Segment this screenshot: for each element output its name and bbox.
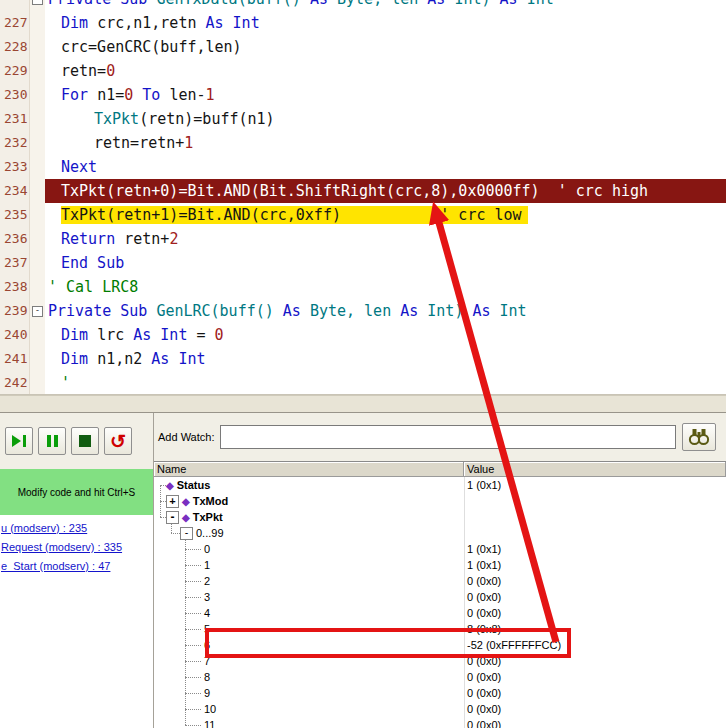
watch-row-6[interactable]: 6-52 (0xFFFFFFCC) — [154, 637, 726, 653]
watch-value: 0 (0x0) — [464, 591, 726, 603]
watch-row-10[interactable]: 100 (0x0) — [154, 701, 726, 717]
column-header-value[interactable]: Value — [464, 462, 726, 477]
column-header-name[interactable]: Name — [154, 462, 464, 477]
stop-button[interactable] — [71, 427, 99, 455]
watch-row-0[interactable]: 01 (0x1) — [154, 541, 726, 557]
line-number[interactable]: 231 — [0, 107, 30, 131]
watch-row-5[interactable]: 58 (0x8) — [154, 621, 726, 637]
watch-value: 0 (0x0) — [464, 575, 726, 587]
code-text: ' Cal LRC8 — [45, 275, 726, 299]
call-stack-link[interactable]: Request (modserv) : 335 — [1, 541, 152, 553]
watch-name: 4 — [154, 605, 464, 621]
watch-value: -52 (0xFFFFFFCC) — [464, 639, 726, 651]
line-number[interactable]: 233 — [0, 155, 30, 179]
expand-icon[interactable]: + — [166, 495, 179, 508]
line-number[interactable]: 239 — [0, 299, 30, 323]
line-number[interactable]: 227 — [0, 11, 30, 35]
code-text: End Sub — [45, 251, 726, 275]
code-line-229[interactable]: 229retn=0 — [0, 59, 726, 83]
line-number[interactable]: 240 — [0, 323, 30, 347]
line-number[interactable]: 241 — [0, 347, 30, 371]
code-lines: -Private Sub GenTxData(buff() As Byte, l… — [0, 0, 726, 395]
restart-button[interactable]: ↺ — [104, 427, 132, 455]
watch-value: 1 (0x1) — [464, 559, 726, 571]
code-line-232[interactable]: 232retn=retn+1 — [0, 131, 726, 155]
watch-row-11[interactable]: 110 (0x0) — [154, 717, 726, 728]
watch-value: 0 (0x0) — [464, 687, 726, 699]
code-line-partial[interactable]: -Private Sub GenTxData(buff() As Byte, l… — [0, 0, 726, 11]
watch-row-TxMod[interactable]: +◆TxMod — [154, 493, 726, 509]
watch-row-Status[interactable]: ◆Status1 (0x1) — [154, 477, 726, 493]
variable-icon: ◆ — [182, 496, 190, 507]
code-line-234[interactable]: 234TxPkt(retn+0)=Bit.AND(Bit.ShiftRight(… — [0, 179, 726, 203]
watch-table: Name Value ◆Status1 (0x1)+◆TxMod-◆TxPkt-… — [154, 461, 726, 728]
watch-name-label: 1 — [204, 559, 210, 571]
code-text: ' — [45, 371, 726, 395]
watch-row-1[interactable]: 11 (0x1) — [154, 557, 726, 573]
code-line-230[interactable]: 230For n1=0 To len-1 — [0, 83, 726, 107]
watch-row-7[interactable]: 70 (0x0) — [154, 653, 726, 669]
watch-name-label: 3 — [204, 591, 210, 603]
call-stack-link[interactable]: u (modserv) : 235 — [1, 522, 152, 534]
watch-name: 3 — [154, 589, 464, 605]
code-line-242[interactable]: 242' — [0, 371, 726, 395]
code-editor[interactable]: -Private Sub GenTxData(buff() As Byte, l… — [0, 0, 726, 395]
line-number[interactable]: 242 — [0, 371, 30, 395]
fold-toggle-icon[interactable]: - — [32, 306, 43, 317]
tree-connector — [185, 677, 201, 678]
watch-name-label: Status — [177, 479, 211, 491]
code-line-233[interactable]: 233Next — [0, 155, 726, 179]
pane-splitter[interactable] — [0, 395, 726, 413]
code-line-228[interactable]: 228crc=GenCRC(buff,len) — [0, 35, 726, 59]
call-stack-link[interactable]: e_Start (modserv) : 47 — [1, 560, 152, 572]
find-watch-button[interactable] — [682, 423, 716, 451]
tree-connector — [185, 581, 201, 582]
watch-name: 6 — [154, 637, 464, 653]
code-line-241[interactable]: 241Dim n1,n2 As Int — [0, 347, 726, 371]
watch-row-2[interactable]: 20 (0x0) — [154, 573, 726, 589]
code-line-236[interactable]: 236Return retn+2 — [0, 227, 726, 251]
line-number[interactable]: 237 — [0, 251, 30, 275]
watch-rows: ◆Status1 (0x1)+◆TxMod-◆TxPkt-0...9901 (0… — [154, 477, 726, 728]
tree-connector — [185, 645, 201, 646]
watch-row-9[interactable]: 90 (0x0) — [154, 685, 726, 701]
fold-column — [30, 323, 45, 347]
watch-row-4[interactable]: 40 (0x0) — [154, 605, 726, 621]
fold-toggle-icon[interactable]: - — [32, 0, 43, 5]
code-text: crc=GenCRC(buff,len) — [45, 35, 726, 59]
code-line-231[interactable]: 231TxPkt(retn)=buff(n1) — [0, 107, 726, 131]
watch-row-8[interactable]: 80 (0x0) — [154, 669, 726, 685]
watch-row-TxPkt[interactable]: -◆TxPkt — [154, 509, 726, 525]
debug-toolbar: ↺ — [0, 413, 153, 469]
code-line-238[interactable]: 238' Cal LRC8 — [0, 275, 726, 299]
line-number[interactable]: 238 — [0, 275, 30, 299]
watch-value: 0 (0x0) — [464, 719, 726, 728]
code-line-240[interactable]: 240Dim lrc As Int = 0 — [0, 323, 726, 347]
tree-connector — [185, 565, 201, 566]
add-watch-input[interactable] — [220, 425, 676, 449]
line-number[interactable]: 235 — [0, 203, 30, 227]
code-text: Dim crc,n1,retn As Int — [45, 11, 726, 35]
line-number[interactable]: 236 — [0, 227, 30, 251]
fold-column — [30, 347, 45, 371]
resume-button[interactable] — [5, 427, 33, 455]
pause-button[interactable] — [38, 427, 66, 455]
code-line-235[interactable]: 235TxPkt(retn+1)=Bit.AND(crc,0xff) ' crc… — [0, 203, 726, 227]
line-number[interactable]: 230 — [0, 83, 30, 107]
line-number[interactable]: 234 — [0, 179, 30, 203]
watch-value: 0 (0x0) — [464, 655, 726, 667]
line-number[interactable]: 229 — [0, 59, 30, 83]
code-line-239[interactable]: 239-Private Sub GenLRC(buff() As Byte, l… — [0, 299, 726, 323]
code-line-237[interactable]: 237End Sub — [0, 251, 726, 275]
fold-column — [30, 83, 45, 107]
watch-row-3[interactable]: 30 (0x0) — [154, 589, 726, 605]
watch-row-0...99[interactable]: -0...99 — [154, 525, 726, 541]
collapse-icon[interactable]: - — [180, 527, 193, 540]
collapse-icon[interactable]: - — [166, 511, 179, 524]
line-number[interactable] — [0, 0, 30, 11]
line-number[interactable]: 232 — [0, 131, 30, 155]
code-line-227[interactable]: 227Dim crc,n1,retn As Int — [0, 11, 726, 35]
line-number[interactable]: 228 — [0, 35, 30, 59]
code-text: Return retn+2 — [45, 227, 726, 251]
watch-name: 5 — [154, 621, 464, 637]
